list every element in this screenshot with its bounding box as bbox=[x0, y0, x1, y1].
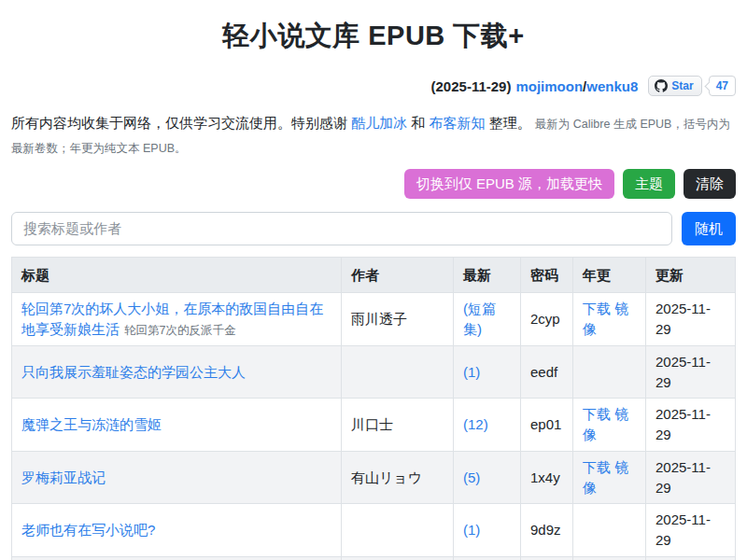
credit-link-2[interactable]: 布客新知 bbox=[430, 115, 486, 131]
github-star-button[interactable]: Star bbox=[648, 76, 701, 96]
latest-cell: (1) bbox=[454, 504, 521, 557]
header-author: 作者 bbox=[342, 257, 454, 293]
yearly-download-link[interactable]: 下载 bbox=[583, 301, 611, 316]
star-count[interactable]: 47 bbox=[709, 76, 736, 96]
build-date: (2025-11-29) bbox=[431, 78, 512, 94]
table-body: 轮回第7次的坏人大小姐，在原本的敌国自由自在地享受新娘生活轮回第7次的反派千金雨… bbox=[12, 293, 736, 560]
table-row: 只向我展示羞耻姿态的学园公主大人(1)eedf2025-11-29 bbox=[12, 345, 736, 399]
updated-cell: 2025-11-29 bbox=[646, 504, 736, 557]
title-cell: 轮回第7次的坏人大小姐，在原本的敌国自由自在地享受新娘生活轮回第7次的反派千金 bbox=[12, 293, 342, 346]
random-button[interactable]: 随机 bbox=[682, 212, 736, 245]
theme-button[interactable]: 主题 bbox=[623, 169, 675, 199]
toolbar: 切换到仅 EPUB 源，加载更快 主题 清除 bbox=[11, 169, 736, 199]
title-link[interactable]: 魔弹之王与冻涟的雪姬 bbox=[21, 416, 162, 432]
yearly-download-link[interactable]: 下载 bbox=[583, 406, 611, 422]
yearly-cell bbox=[573, 504, 646, 557]
updated-cell: 2025-11-29 bbox=[646, 451, 736, 504]
intro-text-after: 整理。 bbox=[486, 115, 535, 131]
latest-cell: (5) bbox=[454, 451, 521, 504]
header-updated: 更新 bbox=[646, 257, 736, 293]
title-cell: 关于我转生变成史莱姆这档事关于我转生成为史莱姆的那件事 bbox=[12, 556, 342, 560]
title-cell: 只向我展示羞耻姿态的学园公主大人 bbox=[12, 345, 342, 399]
password-cell: ep01 bbox=[521, 399, 573, 452]
author-cell bbox=[342, 504, 454, 557]
repo-link-group: mojimoon/wenku8 bbox=[515, 78, 638, 94]
table-row: 罗梅莉亚战记有山リョウ(5)1x4y下载 镜像2025-11-29 bbox=[12, 451, 736, 504]
search-input[interactable] bbox=[11, 212, 672, 245]
latest-volume-link[interactable]: (1) bbox=[463, 364, 480, 380]
title-subtitle: 轮回第7次的反派千金 bbox=[124, 324, 235, 337]
meta-row: (2025-11-29) mojimoon/wenku8 Star 47 bbox=[11, 76, 736, 96]
password-cell: eedf bbox=[521, 345, 573, 399]
table-row: 关于我转生变成史莱姆这档事关于我转生成为史莱姆的那件事伏瀬(22)i3sp下载 … bbox=[12, 556, 736, 560]
title-cell: 老师也有在写小说吧? bbox=[12, 504, 342, 557]
page-title: 轻小说文库 EPUB 下载+ bbox=[11, 18, 736, 55]
updated-cell: 2025-11-29 bbox=[646, 399, 736, 452]
yearly-cell: 下载 镜像 bbox=[573, 556, 646, 560]
title-link[interactable]: 罗梅莉亚战记 bbox=[21, 469, 106, 485]
latest-cell: (22) bbox=[454, 556, 521, 560]
intro-paragraph: 所有内容均收集于网络，仅供学习交流使用。特别感谢 酷儿加冰 和 布客新知 整理。… bbox=[11, 111, 736, 161]
novel-table: 标题 作者 最新 密码 年更 更新 轮回第7次的坏人大小姐，在原本的敌国自由自在… bbox=[11, 257, 736, 560]
github-icon bbox=[655, 79, 668, 92]
password-cell: 2cyp bbox=[521, 293, 573, 346]
yearly-cell: 下载 镜像 bbox=[573, 399, 646, 452]
latest-volume-link[interactable]: (短篇集) bbox=[463, 301, 496, 337]
title-link[interactable]: 只向我展示羞耻姿态的学园公主大人 bbox=[21, 364, 246, 380]
header-latest: 最新 bbox=[454, 257, 521, 293]
toggle-epub-source-button[interactable]: 切换到仅 EPUB 源，加载更快 bbox=[404, 169, 614, 199]
author-cell: 有山リョウ bbox=[342, 451, 454, 504]
table-row: 老师也有在写小说吧?(1)9d9z2025-11-29 bbox=[12, 504, 736, 557]
repo-name-link[interactable]: wenku8 bbox=[586, 78, 638, 94]
yearly-download-link[interactable]: 下载 bbox=[583, 459, 611, 475]
title-cell: 罗梅莉亚战记 bbox=[12, 451, 342, 504]
author-cell: 伏瀬 bbox=[342, 556, 454, 560]
intro-text: 所有内容均收集于网络，仅供学习交流使用。特别感谢 bbox=[11, 115, 351, 131]
header-password: 密码 bbox=[521, 257, 573, 293]
clear-button[interactable]: 清除 bbox=[684, 169, 736, 199]
author-cell: 川口士 bbox=[342, 399, 454, 452]
password-cell: i3sp bbox=[521, 556, 573, 560]
header-yearly: 年更 bbox=[573, 257, 646, 293]
table-row: 魔弹之王与冻涟的雪姬川口士(12)ep01下载 镜像2025-11-29 bbox=[12, 399, 736, 452]
latest-cell: (短篇集) bbox=[454, 293, 521, 346]
latest-cell: (1) bbox=[454, 345, 521, 399]
updated-cell: 2025-11-29 bbox=[646, 345, 736, 399]
latest-volume-link[interactable]: (12) bbox=[463, 416, 488, 432]
title-link[interactable]: 老师也有在写小说吧? bbox=[21, 522, 155, 538]
page-container: 轻小说文库 EPUB 下载+ (2025-11-29) mojimoon/wen… bbox=[0, 18, 747, 560]
table-row: 轮回第7次的坏人大小姐，在原本的敌国自由自在地享受新娘生活轮回第7次的反派千金雨… bbox=[12, 293, 736, 346]
yearly-cell: 下载 镜像 bbox=[573, 451, 646, 504]
title-cell: 魔弹之王与冻涟的雪姬 bbox=[12, 399, 342, 452]
intro-text-between: 和 bbox=[407, 115, 429, 131]
password-cell: 9d9z bbox=[521, 504, 573, 557]
latest-volume-link[interactable]: (5) bbox=[463, 469, 480, 485]
github-star-widget: Star 47 bbox=[648, 76, 736, 96]
credit-link-1[interactable]: 酷儿加冰 bbox=[351, 115, 407, 131]
repo-owner-link[interactable]: mojimoon bbox=[515, 78, 583, 94]
password-cell: 1x4y bbox=[521, 451, 573, 504]
star-label: Star bbox=[671, 78, 693, 93]
updated-cell: 2025-11-28 bbox=[646, 556, 736, 560]
latest-volume-link[interactable]: (1) bbox=[463, 522, 480, 538]
search-bar: 随机 bbox=[11, 212, 736, 245]
latest-cell: (12) bbox=[454, 399, 521, 452]
yearly-cell bbox=[573, 345, 646, 399]
author-cell bbox=[342, 345, 454, 399]
table-header-row: 标题 作者 最新 密码 年更 更新 bbox=[12, 257, 736, 293]
yearly-cell: 下载 镜像 bbox=[573, 293, 646, 346]
author-cell: 雨川透子 bbox=[342, 293, 454, 346]
updated-cell: 2025-11-29 bbox=[646, 293, 736, 346]
header-title: 标题 bbox=[12, 257, 342, 293]
